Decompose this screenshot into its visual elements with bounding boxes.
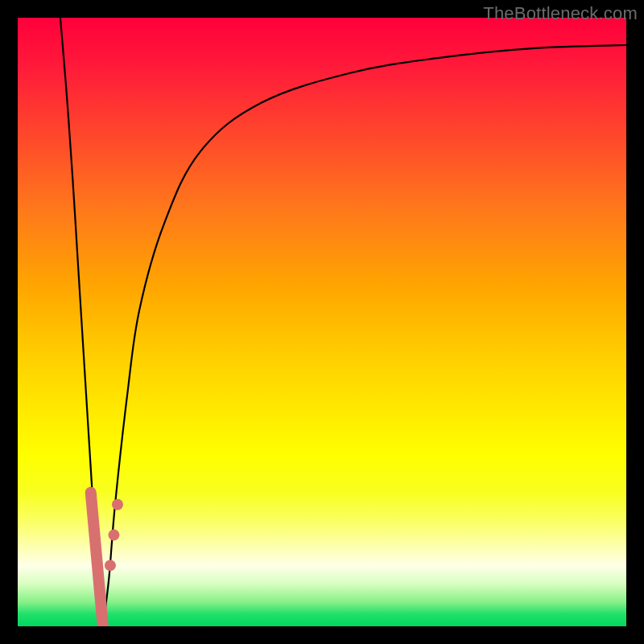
chart-frame: TheBottleneck.com — [0, 0, 644, 644]
marker-dot — [108, 530, 119, 541]
marker-dot — [105, 559, 116, 571]
right-curve — [103, 45, 626, 626]
plot-area — [18, 18, 626, 626]
chart-svg — [18, 18, 626, 626]
watermark-text: TheBottleneck.com — [483, 3, 638, 24]
marker-stroke-left — [91, 493, 103, 626]
marker-dot — [112, 499, 123, 510]
